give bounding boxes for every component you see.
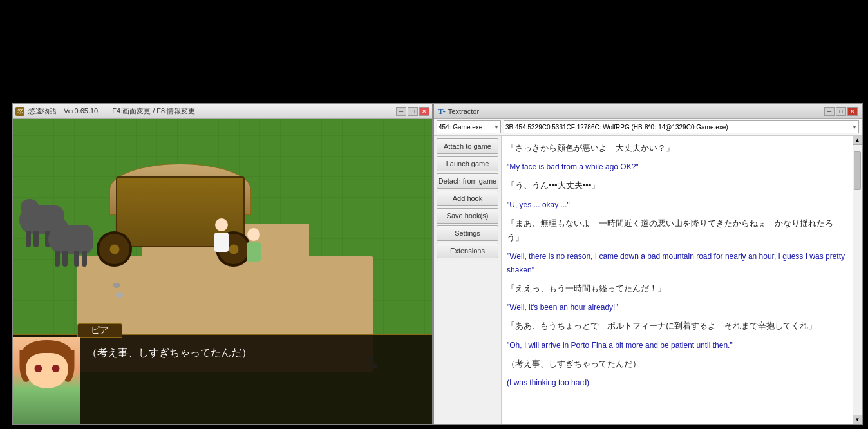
dialog-text: （考え事、しすぎちゃってたんだ）	[87, 345, 426, 417]
char-green-head	[247, 228, 260, 241]
dialog-character-name: ピア	[77, 323, 122, 338]
portrait-eye-right	[52, 365, 59, 372]
detach-game-button[interactable]: Detach from game	[437, 173, 498, 189]
horse-leg-2	[33, 231, 39, 247]
textractor-scrollbar: ▲ ▼	[853, 136, 862, 424]
textractor-close-btn[interactable]: ✕	[847, 107, 858, 116]
game-titlebar: 悠 悠遠物語 Ver0.65.10 F4:画面変更 / F8:情報変更 ─ □ …	[13, 104, 432, 119]
dialog-box: ピア （考え事、しすぎちゃってたんだ）	[13, 334, 432, 424]
horse-leg-8	[82, 251, 87, 267]
save-hooks-button[interactable]: Save hook(s)	[437, 208, 498, 224]
game-title: 悠遠物語 Ver0.65.10 F4:画面変更 / F8:情報変更	[28, 106, 392, 116]
english-text: "Well, there is no reason, I came down a…	[507, 250, 847, 276]
textractor-titlebar: T- Textractor ─ □ ✕	[434, 104, 862, 119]
extensions-button[interactable]: Extensions	[437, 243, 498, 258]
game-icon: 悠	[15, 107, 24, 116]
hook-select-arrow: ▼	[852, 124, 857, 130]
attach-game-button[interactable]: Attach to game	[437, 138, 498, 154]
scroll-thumb[interactable]	[854, 151, 861, 190]
japanese-text: 「う、うん•••大丈夫•••」	[507, 178, 847, 193]
japanese-text: 「ええっ、もう一時間も経ってたんだ！」	[507, 281, 847, 296]
game-close-btn[interactable]: ✕	[419, 107, 429, 116]
horse-leg-5	[55, 251, 60, 267]
game-maximize-btn[interactable]: □	[408, 107, 418, 116]
textractor-window: T- Textractor ─ □ ✕ 454: Game.exe ▼ 3B:4…	[433, 103, 863, 425]
japanese-text: 「さっきから顔色が悪いよ 大丈夫かい？」	[507, 141, 847, 155]
scroll-track	[853, 145, 862, 415]
english-text: "Oh, I will arrive in Porto Fina a bit m…	[507, 339, 847, 352]
game-window: 悠 悠遠物語 Ver0.65.10 F4:画面変更 / F8:情報変更 ─ □ …	[12, 103, 433, 425]
horse-body-right	[48, 225, 93, 254]
game-scene: ピア （考え事、しすぎちゃってたんだ）	[13, 119, 432, 424]
textractor-body: Attach to game Launch game Detach from g…	[434, 136, 862, 424]
settings-button[interactable]: Settings	[437, 225, 498, 241]
textractor-maximize-btn[interactable]: □	[836, 107, 846, 116]
hook-select-value: 3B:454:5329C0:5331CF:12786C: WolfRPG (HB…	[505, 124, 728, 131]
portrait-eye-left	[34, 365, 42, 372]
rock-2	[116, 292, 124, 298]
portrait-image	[13, 337, 80, 424]
japanese-text: 「ああ、もうちょっとで ポルトフィーナに到着するよ それまで辛抱してくれ」	[507, 319, 847, 333]
game-controls: ─ □ ✕	[396, 107, 429, 116]
game-content: ピア （考え事、しすぎちゃってたんだ）	[13, 119, 432, 424]
japanese-text: 「まあ、無理もないよ 一時間近く道の悪い山を降りてきたからねぇ かなり揺れたろう…	[507, 216, 847, 245]
process-select[interactable]: 454: Game.exe ▼	[437, 120, 501, 133]
wagon	[84, 164, 264, 267]
launch-game-button[interactable]: Launch game	[437, 156, 498, 171]
textractor-controls: ─ □ ✕	[824, 107, 858, 116]
char-white-body	[214, 233, 229, 252]
portrait-face	[23, 340, 71, 392]
rock-1	[113, 283, 120, 288]
process-select-arrow: ▼	[494, 124, 499, 130]
textractor-title: Textractor	[448, 108, 822, 115]
add-hook-button[interactable]: Add hook	[437, 191, 498, 206]
horse-leg-7	[74, 251, 79, 267]
character-white	[212, 218, 231, 257]
english-text: "U, yes ... okay ..."	[507, 198, 847, 211]
english-text: (I was thinking too hard)	[507, 376, 847, 389]
portrait-face-skin	[26, 353, 68, 388]
textractor-sidebar: Attach to game Launch game Detach from g…	[434, 136, 502, 424]
textractor-icon: T-	[438, 106, 446, 117]
game-minimize-btn[interactable]: ─	[396, 107, 406, 116]
horse-right	[48, 215, 106, 267]
dialog-portrait	[13, 337, 80, 424]
hook-select[interactable]: 3B:454:5329C0:5331CF:12786C: WolfRPG (HB…	[504, 120, 859, 133]
japanese-text: （考え事、しすぎちゃってたんだ）	[507, 357, 847, 371]
scroll-down-btn[interactable]: ▼	[853, 415, 862, 424]
textractor-toolbar: 454: Game.exe ▼ 3B:454:5329C0:5331CF:127…	[434, 119, 862, 136]
scroll-up-btn[interactable]: ▲	[853, 136, 862, 145]
textractor-minimize-btn[interactable]: ─	[824, 107, 835, 116]
english-text: "Well, it's been an hour already!"	[507, 301, 847, 314]
char-white-head	[215, 218, 228, 231]
character-green	[245, 228, 263, 267]
horse-leg-6	[62, 251, 68, 267]
horse-leg-1	[26, 231, 31, 247]
process-select-value: 454: Game.exe	[439, 124, 482, 131]
english-text: "My face is bad from a while ago OK?"	[507, 160, 847, 173]
textractor-text-area: 「さっきから顔色が悪いよ 大丈夫かい？」"My face is bad from…	[502, 136, 853, 424]
char-green-body	[247, 242, 261, 262]
